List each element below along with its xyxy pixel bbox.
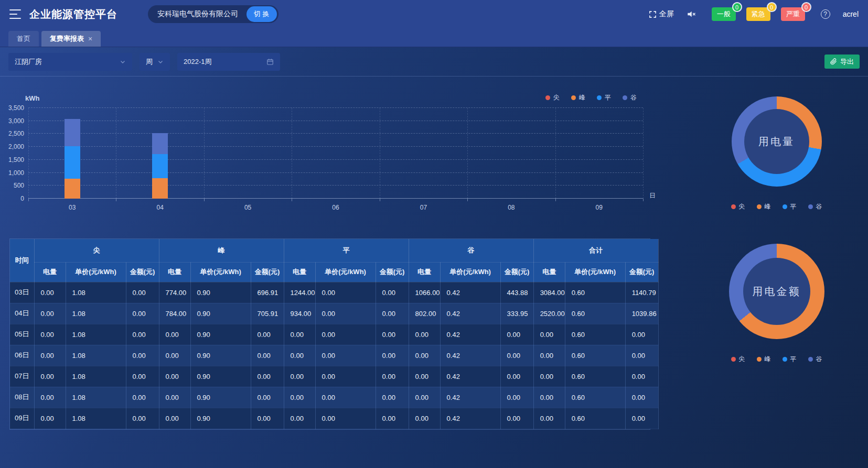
cost-donut-legend: 尖峰平谷 (731, 355, 822, 364)
table-cell: 0.00 (284, 408, 315, 429)
tab-label: 首页 (17, 34, 30, 43)
bar-segment (152, 178, 168, 199)
vertical-gridline (467, 108, 468, 199)
table-cell: 774.00 (159, 282, 190, 303)
table-cell: 0.42 (440, 324, 500, 345)
table-cell: 0.42 (440, 345, 500, 366)
menu-fold-icon[interactable] (9, 9, 21, 19)
legend-dot-icon (757, 204, 762, 209)
legend-item[interactable]: 谷 (808, 355, 822, 364)
tab-1[interactable]: 复费率报表× (41, 31, 101, 47)
x-axis-label: 09 (555, 204, 643, 211)
tab-0[interactable]: 首页 (8, 31, 39, 47)
legend-item[interactable]: 峰 (757, 355, 771, 364)
legend-item[interactable]: 平 (597, 93, 611, 102)
gridline (28, 121, 643, 121)
legend-label: 尖 (739, 202, 745, 211)
cost-donut-chart: 用电金额 (729, 244, 824, 339)
table-cell: 0.90 (190, 366, 251, 387)
table-cell: 0.90 (190, 408, 251, 429)
cost-donut-block: 用电金额 尖峰平谷 (729, 211, 824, 364)
table-cell: 0.00 (34, 303, 66, 324)
column-header: 单价(元/kWh) (315, 262, 376, 282)
table-cell: 0.00 (315, 366, 376, 387)
table-cell: 0.00 (159, 366, 190, 387)
time-cell: 05日 (10, 324, 34, 345)
app-title: 企业能源管控平台 (29, 7, 117, 21)
alarm-button-1[interactable]: 紧急0 (746, 7, 770, 21)
username[interactable]: acrel (843, 10, 859, 18)
time-cell: 04日 (10, 303, 34, 324)
topbar-actions: 全屏 一般0紧急0严重0 ? acrel (649, 7, 859, 21)
table-cell: 0.00 (159, 324, 190, 345)
alarm-button-2[interactable]: 严重0 (781, 7, 805, 21)
gridline (28, 185, 643, 186)
company-name: 安科瑞电气股份有限公司 (157, 9, 238, 19)
export-button[interactable]: 导出 (824, 55, 860, 69)
legend-item[interactable]: 平 (783, 202, 797, 211)
table-cell: 0.00 (376, 366, 409, 387)
legend-item[interactable]: 尖 (545, 93, 560, 102)
table-cell: 0.00 (409, 324, 440, 345)
legend-item[interactable]: 平 (783, 355, 797, 364)
chevron-down-icon (157, 59, 164, 65)
period-select[interactable]: 周 (140, 53, 170, 71)
table-cell: 0.00 (126, 282, 159, 303)
table-cell: 0.60 (565, 387, 625, 408)
chevron-down-icon (120, 59, 126, 65)
gridline (28, 198, 643, 199)
fullscreen-button[interactable]: 全屏 (649, 9, 674, 19)
legend-dot-icon (783, 357, 787, 362)
legend-dot-icon (597, 95, 602, 100)
date-input[interactable] (184, 58, 257, 66)
x-axis-tick (28, 199, 29, 201)
legend-item[interactable]: 谷 (623, 93, 637, 102)
x-axis-tick (380, 199, 380, 201)
vertical-gridline (643, 108, 644, 199)
group-header: 平 (284, 239, 409, 262)
table-cell: 1.08 (66, 282, 126, 303)
table-cell: 0.60 (565, 408, 625, 429)
x-axis-label: 08 (467, 204, 555, 211)
switch-company-button[interactable]: 切 换 (247, 6, 277, 22)
cost-donut-title: 用电金额 (729, 244, 824, 339)
table-row: 06日0.001.080.000.000.900.000.000.000.000… (10, 345, 658, 366)
table-cell: 1.08 (66, 408, 126, 429)
site-select[interactable]: 江阴厂房 (8, 53, 132, 71)
table-cell: 0.00 (34, 387, 66, 408)
table-cell: 0.00 (533, 324, 565, 345)
time-cell: 07日 (10, 366, 34, 387)
column-header: 单价(元/kWh) (190, 262, 251, 282)
legend-item[interactable]: 尖 (731, 202, 745, 211)
table-row: 09日0.001.080.000.000.900.000.000.000.000… (10, 408, 658, 429)
legend-item[interactable]: 尖 (731, 355, 745, 364)
legend-item[interactable]: 谷 (808, 202, 822, 211)
main-area: kWh 尖峰平谷 05001,0001,5002,0002,5003,0003,… (0, 77, 868, 430)
date-picker[interactable] (177, 53, 280, 71)
legend-dot-icon (731, 357, 736, 362)
legend-label: 尖 (739, 355, 745, 364)
table-cell: 0.42 (440, 303, 500, 324)
energy-donut-title: 用电量 (732, 96, 822, 187)
table-cell: 1.08 (66, 345, 126, 366)
table-cell: 0.00 (500, 345, 533, 366)
legend-item[interactable]: 峰 (757, 202, 771, 211)
legend-dot-icon (783, 204, 787, 209)
help-icon[interactable]: ? (821, 9, 830, 19)
group-header: 尖 (34, 239, 159, 262)
mute-button[interactable] (687, 9, 696, 19)
bar-chart-legend: 尖峰平谷 (545, 93, 637, 102)
table-cell: 0.00 (34, 408, 66, 429)
table-cell: 0.00 (126, 408, 159, 429)
vertical-gridline (555, 108, 556, 199)
table-cell: 0.00 (159, 345, 190, 366)
column-header: 电量 (34, 262, 66, 282)
alarm-button-0[interactable]: 一般0 (712, 7, 736, 21)
tab-close-icon[interactable]: × (88, 35, 92, 43)
time-cell: 09日 (10, 408, 34, 429)
table-cell: 802.00 (409, 303, 440, 324)
table-cell: 0.00 (159, 387, 190, 408)
legend-item[interactable]: 峰 (571, 93, 585, 102)
group-header: 合计 (533, 239, 658, 262)
table-cell: 0.00 (409, 345, 440, 366)
